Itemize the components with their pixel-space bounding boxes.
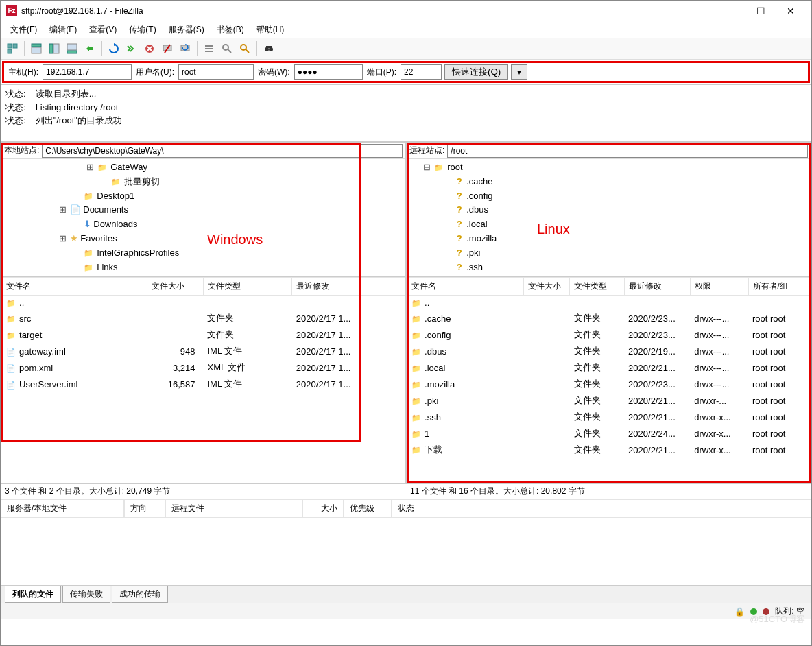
maximize-button[interactable]: ☐: [745, 1, 776, 21]
table-row[interactable]: 1文件夹2020/2/24...drwxr-x...root root: [407, 425, 811, 442]
tree-node[interactable]: ? .ssh: [408, 261, 809, 275]
tree-node[interactable]: ⊞ GateWay: [3, 160, 404, 175]
local-site-label: 本地站点:: [4, 145, 39, 156]
tree-node[interactable]: ? .local: [408, 217, 809, 232]
app-icon: Fz: [6, 5, 17, 16]
local-col-header[interactable]: 最近修改: [292, 278, 405, 296]
sitemanager-icon[interactable]: [4, 40, 21, 57]
table-row[interactable]: src文件夹2020/2/17 1...: [2, 310, 405, 326]
filter-icon[interactable]: [201, 40, 217, 57]
table-row[interactable]: pom.xml3,214XML 文件2020/2/17 1...: [2, 359, 405, 376]
queue-col-size[interactable]: 大小: [302, 499, 344, 518]
remote-col-header[interactable]: 文件类型: [570, 278, 624, 296]
menu-view[interactable]: 查看(V): [84, 23, 122, 37]
log-pane[interactable]: 状态: 读取目录列表... 状态: Listing directory /roo…: [1, 84, 811, 142]
tree-node[interactable]: ⬇ Downloads: [3, 217, 404, 232]
remote-file-list[interactable]: 文件名文件大小文件类型最近修改权限所有者/组 .. .cache文件夹2020/…: [407, 277, 811, 483]
minimize-button[interactable]: —: [715, 1, 745, 21]
cancel-icon[interactable]: [141, 40, 158, 57]
local-path-input[interactable]: [42, 144, 403, 158]
menu-server[interactable]: 服务器(S): [163, 23, 210, 37]
host-input[interactable]: [43, 64, 132, 80]
table-row[interactable]: .cache文件夹2020/2/23...drwx---...root root: [407, 310, 811, 326]
menu-file[interactable]: 文件(F): [5, 23, 43, 37]
refresh-icon[interactable]: [106, 40, 122, 57]
remote-status: 11 个文件 和 16 个目录。大小总计: 20,802 字节: [406, 483, 811, 499]
tree-node[interactable]: Links: [3, 261, 404, 275]
queue-area: 服务器/本地文件 方向 远程文件 大小 优先级 状态: [1, 499, 811, 585]
svg-rect-4: [32, 47, 41, 53]
table-row[interactable]: 下载文件夹2020/2/21...drwxr-x...root root: [407, 442, 811, 458]
menu-transfer[interactable]: 传输(T): [123, 23, 161, 37]
tree-node[interactable]: ⊟ root: [408, 160, 809, 175]
remote-col-header[interactable]: 所有者/组: [748, 278, 811, 296]
menu-help[interactable]: 帮助(H): [251, 23, 290, 37]
local-status: 3 个文件 和 2 个目录。大小总计: 20,749 字节: [1, 483, 406, 499]
disconnect-icon[interactable]: [159, 40, 176, 57]
password-input[interactable]: [294, 64, 363, 80]
process-queue-icon[interactable]: [123, 40, 140, 57]
tab-successful-transfers[interactable]: 成功的传输: [112, 586, 168, 603]
menu-bookmark[interactable]: 书签(B): [211, 23, 250, 37]
remote-tree[interactable]: ⊟ root ? .cache ? .config ? .dbus ? .loc…: [407, 159, 811, 277]
port-label: 端口(P):: [366, 67, 398, 78]
table-row[interactable]: .pki文件夹2020/2/21...drwxr-...root root: [407, 392, 811, 409]
tree-node[interactable]: IntelGraphicsProfiles: [3, 246, 404, 261]
svg-rect-13: [205, 48, 213, 49]
username-input[interactable]: [178, 64, 254, 80]
close-button[interactable]: ✕: [776, 1, 806, 21]
sync-browse-icon[interactable]: [82, 40, 98, 57]
toggle-queue-icon[interactable]: [64, 40, 80, 57]
compare-icon[interactable]: [219, 40, 235, 57]
quickconnect-dropdown[interactable]: ▾: [511, 64, 527, 80]
queue-header: 服务器/本地文件 方向 远程文件 大小 优先级 状态: [1, 499, 811, 518]
queue-col-priority[interactable]: 优先级: [344, 499, 392, 518]
remote-path-input[interactable]: [447, 144, 808, 158]
table-row[interactable]: ..: [2, 296, 405, 311]
local-col-header[interactable]: 文件名: [2, 278, 147, 296]
local-file-list[interactable]: 文件名文件大小文件类型最近修改 .. src文件夹2020/2/17 1... …: [1, 277, 405, 483]
tree-node[interactable]: ? .config: [408, 189, 809, 204]
tree-node[interactable]: ? .mozilla: [408, 232, 809, 246]
table-row[interactable]: ..: [407, 296, 811, 311]
table-row[interactable]: target文件夹2020/2/17 1...: [2, 326, 405, 343]
remote-col-header[interactable]: 文件大小: [523, 278, 570, 296]
tab-failed-transfers[interactable]: 传输失败: [62, 586, 110, 603]
tree-node[interactable]: ⊞ 📄 Documents: [3, 203, 404, 217]
local-tree[interactable]: ⊞ GateWay 批量剪切 Desktop1⊞ 📄 Documents ⬇ D…: [1, 159, 405, 277]
tree-node[interactable]: Desktop1: [3, 189, 404, 204]
svg-rect-12: [205, 45, 213, 47]
queue-body[interactable]: [1, 518, 811, 585]
table-row[interactable]: .mozilla文件夹2020/2/23...drwx---...root ro…: [407, 376, 811, 392]
queue-col-remotefile[interactable]: 远程文件: [165, 499, 302, 518]
tree-node[interactable]: ? .dbus: [408, 203, 809, 217]
local-col-header[interactable]: 文件类型: [203, 278, 291, 296]
table-row[interactable]: .dbus文件夹2020/2/19...drwx---...root root: [407, 343, 811, 359]
table-row[interactable]: .config文件夹2020/2/23...drwx---...root roo…: [407, 326, 811, 343]
search-icon[interactable]: [237, 40, 253, 57]
tree-node[interactable]: ? .pki: [408, 246, 809, 261]
remote-col-header[interactable]: 权限: [690, 278, 748, 296]
table-row[interactable]: gateway.iml948IML 文件2020/2/17 1...: [2, 343, 405, 359]
window-title: sftp://root@192.168.1.7 - FileZilla: [21, 6, 715, 16]
table-row[interactable]: .local文件夹2020/2/21...drwx---...root root: [407, 359, 811, 376]
queue-col-status[interactable]: 状态: [392, 499, 811, 518]
port-input[interactable]: [401, 64, 442, 80]
local-col-header[interactable]: 文件大小: [147, 278, 203, 296]
remote-col-header[interactable]: 文件名: [407, 278, 524, 296]
tab-queued-files[interactable]: 列队的文件: [5, 586, 61, 603]
queue-col-direction[interactable]: 方向: [124, 499, 165, 518]
table-row[interactable]: .ssh文件夹2020/2/21...drwxr-x...root root: [407, 409, 811, 425]
toggle-log-icon[interactable]: [28, 40, 45, 57]
tree-node[interactable]: ? .cache: [408, 175, 809, 189]
queue-col-serverfile[interactable]: 服务器/本地文件: [1, 499, 124, 518]
tree-node[interactable]: 批量剪切: [3, 175, 404, 189]
quickconnect-button[interactable]: 快速连接(Q): [444, 64, 508, 80]
menu-edit[interactable]: 编辑(E): [44, 23, 82, 37]
table-row[interactable]: UserServer.iml16,587IML 文件2020/2/17 1...: [2, 376, 405, 392]
toggle-tree-icon[interactable]: [46, 40, 62, 57]
reconnect-icon[interactable]: [177, 40, 193, 57]
binoculars-icon[interactable]: [261, 40, 277, 57]
tree-node[interactable]: ⊞ ★ Favorites: [3, 232, 404, 246]
remote-col-header[interactable]: 最近修改: [624, 278, 690, 296]
